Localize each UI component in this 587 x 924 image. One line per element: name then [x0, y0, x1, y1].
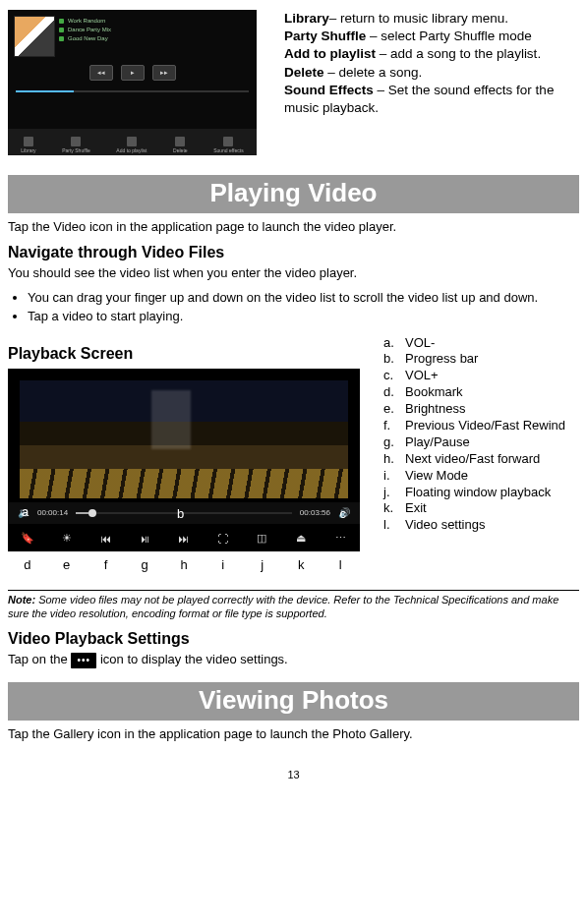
horizontal-rule [8, 590, 579, 591]
subheading-navigate-video: Navigate through Video Files [8, 244, 579, 261]
total-time: 00:03:56 [300, 508, 330, 517]
note-text: Note: Some video files may not be played… [8, 593, 579, 621]
subheading-video-playback-settings: Video Playback Settings [8, 630, 579, 648]
callout-label-a: a [22, 504, 29, 519]
playback-legend: a.VOL- b.Progress bar c.VOL+ d.Bookmark … [383, 335, 565, 535]
prev-icon: ◂◂ [89, 65, 113, 81]
bookmark-icon: 🔖 [21, 532, 34, 546]
note-label: Note: [8, 594, 35, 606]
list-item: You can drag your finger up and down on … [28, 290, 579, 307]
play-icon: ▸ [121, 65, 145, 81]
term-library: Library [284, 11, 329, 26]
album-art-thumb [14, 16, 55, 57]
progress-line [16, 90, 249, 92]
video-settings-icon: ⋯ [333, 532, 347, 546]
track-list: Work Random Dance Party Mix Good New Day [59, 18, 111, 44]
delete-icon [175, 137, 185, 146]
track-name: Dance Party Mix [68, 27, 111, 32]
video-control-bar: 🔖 ☀ ⏮ ⏯ ⏭ ⛶ ◫ ⏏ ⋯ [8, 526, 360, 551]
view-mode-icon: ⛶ [216, 532, 230, 546]
video-settings-instruction: Tap on the ••• icon to display the video… [8, 652, 579, 668]
floating-window-icon: ◫ [255, 532, 268, 546]
next-forward-icon: ⏭ [177, 532, 191, 546]
play-pause-icon: ⏯ [138, 532, 151, 546]
callout-label: k [281, 557, 321, 572]
music-menu-definitions: Library– return to music library menu. P… [284, 10, 579, 117]
callout-label: i [204, 557, 243, 572]
video-playback-screenshot: 🔉 00:00:14 00:03:56 🔊 🔖 ☀ ⏮ ⏯ ⏭ ⛶ ◫ ⏏ ⋯ … [8, 369, 360, 551]
callout-label-c: c [340, 506, 347, 521]
playing-video-intro: Tap the Video icon in the application pa… [8, 219, 579, 236]
shuffle-icon [71, 137, 81, 146]
callout-label: l [321, 557, 360, 572]
music-bottom-bar: Library Party Shuffle Add to playlist De… [8, 134, 257, 155]
list-item: Tap a video to start playing. [28, 309, 579, 325]
prev-rewind-icon: ⏮ [98, 532, 112, 546]
viewing-photos-intro: Tap the Gallery icon in the application … [8, 726, 579, 743]
callout-label: g [125, 557, 164, 572]
term-sound-effects: Sound Effects [284, 83, 374, 97]
term-party-shuffle: Party Shuffle [284, 29, 366, 43]
callout-label: j [243, 557, 282, 572]
track-name: Work Random [68, 18, 105, 24]
callout-label: f [87, 557, 126, 572]
section-heading-viewing-photos: Viewing Photos [8, 682, 579, 721]
next-icon: ▸▸ [152, 65, 176, 81]
video-frame [20, 380, 348, 498]
navigate-video-bullets: You can drag your finger up and down on … [12, 290, 579, 325]
sound-effects-icon [223, 137, 233, 146]
music-library-screenshot: Work Random Dance Party Mix Good New Day… [8, 10, 257, 155]
section-heading-playing-video: Playing Video [8, 175, 579, 213]
subheading-playback-screen: Playback Screen [8, 345, 360, 363]
navigate-video-paragraph: You should see the video list when you e… [8, 265, 579, 282]
callout-label: h [164, 557, 204, 572]
exit-icon: ⏏ [294, 532, 308, 546]
player-transport: ◂◂ ▸ ▸▸ [8, 61, 257, 85]
term-delete: Delete [284, 65, 324, 80]
library-icon [24, 137, 33, 146]
page-number: 13 [8, 769, 579, 780]
playlist-add-icon [127, 137, 137, 146]
brightness-icon: ☀ [60, 532, 74, 546]
callout-label: e [47, 557, 87, 572]
callout-label-b: b [177, 506, 184, 521]
callout-labels-bottom: d e f g h i j k l [8, 557, 360, 572]
callout-label: d [8, 557, 47, 572]
track-name: Good New Day [68, 35, 108, 41]
more-settings-icon: ••• [71, 653, 96, 668]
term-add-to-playlist: Add to playlist [284, 46, 376, 61]
elapsed-time: 00:00:14 [37, 508, 68, 517]
